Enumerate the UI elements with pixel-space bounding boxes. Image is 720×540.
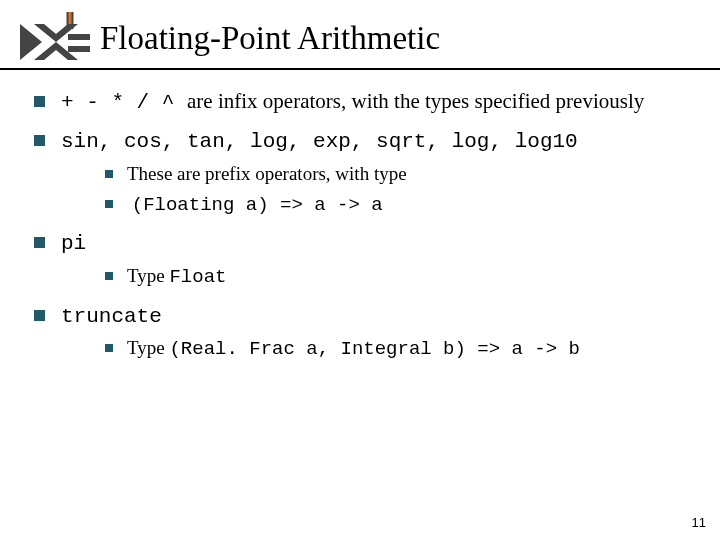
infix-ops-tail: are infix operators, with the types spec… <box>187 89 644 113</box>
bullet-mark-icon <box>105 344 113 352</box>
bullet-text: pi Type Float <box>61 229 690 291</box>
bullet-truncate: truncate Type (Real. Frac a, Integral b)… <box>34 302 690 364</box>
slide: Floating-Point Arithmetic + - * / ^ are … <box>0 0 720 540</box>
type-prefix: Type <box>127 337 169 358</box>
floating-type-code: (Floating a) => a -> a <box>132 194 383 216</box>
bullet-mark-icon <box>34 96 45 107</box>
bullet-text: + - * / ^ are infix operators, with the … <box>61 88 690 117</box>
svg-marker-4 <box>68 34 90 40</box>
pi-code: pi <box>61 232 86 255</box>
sub-bullet-text: Type (Real. Frac a, Integral b) => a -> … <box>127 336 690 361</box>
content-area: + - * / ^ are infix operators, with the … <box>34 88 690 374</box>
type-prefix: Type <box>127 265 169 286</box>
sub-bullet-text: These are prefix operators, with type <box>127 162 690 186</box>
float-type-code: Float <box>169 266 226 288</box>
trig-funcs-code: sin, cos, tan, log, exp, sqrt, log, log1… <box>61 130 578 153</box>
svg-marker-2 <box>20 24 42 60</box>
sub-bullet-text: (Floating a) => a -> a <box>127 192 690 217</box>
sub-bullet-pi-type: Type Float <box>105 264 690 289</box>
haskell-logo <box>20 12 90 72</box>
bullet-mark-icon <box>105 200 113 208</box>
bullet-mark-icon <box>105 272 113 280</box>
bullet-mark-icon <box>105 170 113 178</box>
bullet-pi: pi Type Float <box>34 229 690 291</box>
svg-marker-5 <box>68 46 90 52</box>
bullet-text: sin, cos, tan, log, exp, sqrt, log, log1… <box>61 127 690 220</box>
bullet-infix-operators: + - * / ^ are infix operators, with the … <box>34 88 690 117</box>
bullet-text: truncate Type (Real. Frac a, Integral b)… <box>61 302 690 364</box>
sub-bullet-prefix-desc: These are prefix operators, with type <box>105 162 690 186</box>
sub-bullet-floating-type: (Floating a) => a -> a <box>105 192 690 217</box>
truncate-code: truncate <box>61 305 162 328</box>
realfrac-type-code: (Real. Frac a, Integral b) => a -> b <box>169 338 579 360</box>
sub-bullet-text: Type Float <box>127 264 690 289</box>
infix-ops-code: + - * / ^ <box>61 91 187 114</box>
sub-bullet-truncate-type: Type (Real. Frac a, Integral b) => a -> … <box>105 336 690 361</box>
bullet-mark-icon <box>34 237 45 248</box>
bullet-mark-icon <box>34 310 45 321</box>
heading-bar: Floating-Point Arithmetic <box>0 12 720 70</box>
page-title: Floating-Point Arithmetic <box>100 20 440 57</box>
bullet-trig-funcs: sin, cos, tan, log, exp, sqrt, log, log1… <box>34 127 690 220</box>
bullet-mark-icon <box>34 135 45 146</box>
page-number: 11 <box>692 515 706 530</box>
